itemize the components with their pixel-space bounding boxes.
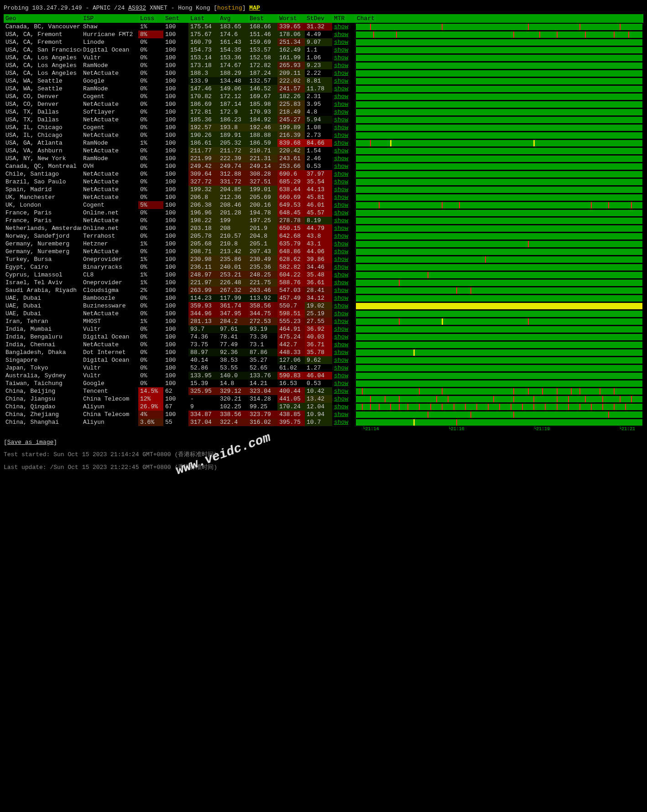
mtr-show-link[interactable]: show [334, 202, 348, 208]
mtr-show-link[interactable]: show [334, 364, 348, 371]
cell-stdev: 46.04 [305, 372, 332, 380]
mtr-show-link[interactable]: show [334, 194, 348, 201]
cell-sent: 100 [163, 77, 188, 85]
cell-geo: USA, TX, Dallas [4, 116, 81, 124]
table-row: Germany, NurembergHetzner1%100205.68210.… [4, 240, 643, 248]
mtr-show-link[interactable]: show [334, 171, 348, 177]
mtr-show-link[interactable]: show [334, 271, 348, 278]
mtr-show-link[interactable]: show [334, 23, 348, 30]
cell-stdev: 1.1 [305, 46, 332, 54]
cell-stdev: 2.22 [305, 69, 332, 77]
cell-loss: 0% [138, 147, 163, 155]
cell-best: 230.49 [248, 255, 277, 263]
mtr-show-link[interactable]: show [334, 93, 348, 100]
cell-best: 316.02 [248, 418, 277, 426]
map-link[interactable]: MAP [249, 5, 260, 11]
mtr-show-link[interactable]: show [334, 47, 348, 53]
mtr-show-link[interactable]: show [334, 372, 348, 379]
mtr-show-link[interactable]: show [334, 147, 348, 154]
mtr-show-link[interactable]: show [334, 109, 348, 115]
mtr-show-link[interactable]: show [334, 279, 348, 286]
mtr-show-link[interactable]: show [334, 349, 348, 356]
mtr-show-link[interactable]: show [334, 78, 348, 84]
cell-last: 192.57 [188, 124, 218, 131]
mtr-show-link[interactable]: show [334, 85, 348, 92]
col-header-last[interactable]: Last [188, 14, 218, 23]
asn-link[interactable]: AS932 [128, 5, 146, 11]
cell-chart [355, 387, 643, 395]
col-header-worst[interactable]: Worst [277, 14, 305, 23]
mtr-show-link[interactable]: show [334, 318, 348, 325]
mtr-show-link[interactable]: show [334, 264, 348, 271]
col-header-sent[interactable]: Sent [163, 14, 188, 23]
mtr-show-link[interactable]: show [334, 256, 348, 263]
col-header-mtr[interactable]: MTR [332, 14, 355, 23]
cell-stdev: 2.73 [305, 131, 332, 139]
col-header-chart[interactable]: Chart [355, 14, 643, 23]
mtr-show-link[interactable]: show [334, 310, 348, 317]
mtr-show-link[interactable]: show [334, 124, 348, 131]
col-header-isp[interactable]: ISP [81, 14, 138, 23]
col-header-avg[interactable]: Avg [218, 14, 248, 23]
cell-best: 52.65 [248, 364, 277, 372]
mtr-show-link[interactable]: show [334, 178, 348, 185]
cell-mtr: show [332, 240, 355, 248]
mtr-show-link[interactable]: show [334, 39, 348, 46]
cell-last: 198.22 [188, 217, 218, 224]
mtr-show-link[interactable]: show [334, 333, 348, 340]
mtr-show-link[interactable]: show [334, 419, 348, 426]
mtr-show-link[interactable]: show [334, 132, 348, 139]
cell-worst: 660.69 [277, 193, 305, 201]
mtr-show-link[interactable]: show [334, 248, 348, 255]
mtr-show-link[interactable]: show [334, 326, 348, 333]
cell-geo: Australia, Sydney [4, 372, 81, 380]
cell-best: 113.92 [248, 294, 277, 302]
cell-mtr: show [332, 395, 355, 403]
col-header-loss[interactable]: Loss [138, 14, 163, 23]
cell-worst: 598.51 [277, 310, 305, 318]
cell-avg: 212.36 [218, 193, 248, 201]
mtr-show-link[interactable]: show [334, 240, 348, 247]
cell-isp: Vultr [81, 372, 138, 380]
mtr-show-link[interactable]: show [334, 54, 348, 61]
mtr-show-link[interactable]: show [334, 163, 348, 170]
mtr-show-link[interactable]: show [334, 116, 348, 123]
col-header-geo[interactable]: Geo [4, 14, 81, 23]
cell-chart [355, 279, 643, 286]
mtr-show-link[interactable]: show [334, 341, 348, 348]
mtr-show-link[interactable]: show [334, 62, 348, 69]
mtr-show-link[interactable]: show [334, 403, 348, 410]
mtr-show-link[interactable]: show [334, 411, 348, 418]
cell-isp: Hetzner [81, 240, 138, 248]
col-header-stdev[interactable]: StDev [305, 14, 332, 23]
mtr-show-link[interactable]: show [334, 101, 348, 108]
mtr-show-link[interactable]: show [334, 380, 348, 387]
mtr-show-link[interactable]: show [334, 209, 348, 216]
mtr-show-link[interactable]: show [334, 186, 348, 193]
mtr-show-link[interactable]: show [334, 155, 348, 162]
mtr-show-link[interactable]: show [334, 396, 348, 402]
mtr-show-link[interactable]: show [334, 233, 348, 239]
cell-geo: USA, WA, Seattle [4, 85, 81, 93]
cell-sent: 100 [163, 310, 188, 318]
mtr-show-link[interactable]: show [334, 31, 348, 38]
cell-worst: 638.44 [277, 186, 305, 193]
col-header-best[interactable]: Best [248, 14, 277, 23]
cell-chart [355, 271, 643, 279]
mtr-show-link[interactable]: show [334, 357, 348, 364]
mtr-show-link[interactable]: show [334, 70, 348, 77]
cell-isp: Online.net [81, 224, 138, 232]
cell-geo: China, Zhejiang [4, 411, 81, 418]
mtr-show-link[interactable]: show [334, 140, 348, 146]
save-image-link[interactable]: Save as image [7, 439, 53, 446]
mtr-show-link[interactable]: show [334, 225, 348, 232]
mtr-show-link[interactable]: show [334, 217, 348, 224]
cell-worst: 628.62 [277, 255, 305, 263]
mtr-show-link[interactable]: show [334, 302, 348, 309]
cell-best: 170.93 [248, 108, 277, 116]
mtr-show-link[interactable]: show [334, 287, 348, 294]
table-row: USA, CA, Los AngelesNetActuate0%100188.3… [4, 69, 643, 77]
cell-isp: Cloudsigma [81, 286, 138, 294]
mtr-show-link[interactable]: show [334, 388, 348, 395]
mtr-show-link[interactable]: show [334, 295, 348, 302]
